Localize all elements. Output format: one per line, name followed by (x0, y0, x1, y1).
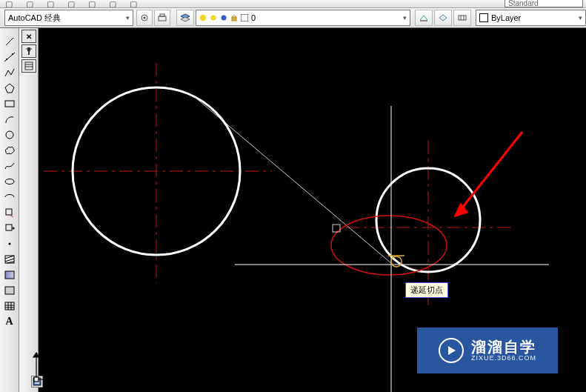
spline-tool[interactable] (2, 159, 17, 173)
svg-rect-45 (34, 377, 39, 382)
snap-tooltip-text: 递延切点 (410, 285, 443, 294)
layer-prev-button[interactable] (415, 10, 433, 26)
layer-properties-button[interactable] (176, 10, 194, 26)
gradient-tool[interactable] (2, 268, 17, 282)
svg-rect-19 (6, 225, 12, 230)
revcloud-tool[interactable] (2, 143, 17, 157)
svg-rect-23 (5, 287, 14, 294)
ellipse-tool[interactable] (2, 174, 17, 188)
layer-tool-1-icon (419, 13, 429, 23)
layer-iso-button[interactable] (434, 10, 452, 26)
ucs-x-label: X (93, 375, 99, 384)
svg-line-33 (195, 97, 392, 264)
make-block-tool[interactable] (2, 221, 17, 235)
chevron-down-icon: ▾ (579, 14, 582, 21)
rectangle-tool[interactable] (2, 96, 17, 110)
workspace-value: AutoCAD 经典 (8, 13, 61, 24)
text-style-value: Standard (508, 0, 539, 7)
svg-rect-7 (232, 17, 236, 21)
layer-name: 0 (251, 13, 256, 22)
svg-rect-26 (25, 62, 33, 70)
svg-rect-10 (459, 16, 466, 20)
gear-icon (139, 13, 150, 23)
paste-icon[interactable]: ▢ (127, 0, 139, 7)
layer-panel: 0 ▾ (176, 10, 471, 26)
copy-icon[interactable]: ▢ (107, 0, 119, 7)
hatch-tool[interactable] (2, 252, 17, 266)
workspace-settings-button[interactable] (136, 10, 153, 26)
svg-rect-2 (159, 16, 166, 21)
insert-block-tool[interactable] (2, 205, 17, 219)
polyline-tool[interactable] (2, 65, 17, 79)
svg-line-11 (6, 38, 13, 45)
palette-pin-button[interactable] (21, 44, 36, 58)
svg-point-17 (5, 179, 14, 184)
text-style-select[interactable]: Standard (505, 0, 583, 7)
svg-point-5 (210, 16, 216, 21)
table-tool[interactable] (2, 299, 17, 313)
bulb-on-icon (199, 14, 207, 21)
svg-point-34 (331, 216, 447, 275)
layer-tool-2-icon (438, 13, 448, 23)
color-control-select[interactable]: ByLayer ▾ (476, 10, 586, 26)
mtext-tool[interactable]: A (2, 314, 17, 328)
snap-tooltip: 递延切点 (405, 282, 448, 298)
region-tool[interactable] (2, 283, 17, 297)
svg-rect-8 (241, 14, 248, 21)
color-swatch-icon (241, 14, 248, 21)
workspace-layer-row: AutoCAD 经典 ▾ 0 ▾ (0, 8, 586, 28)
palette-menu-button[interactable] (21, 59, 36, 73)
ellipse-arc-tool[interactable] (2, 190, 17, 204)
main-area: A ✕ (0, 28, 586, 392)
layer-select[interactable]: 0 ▾ (196, 10, 410, 26)
workspace-lock-button[interactable] (154, 10, 170, 26)
standard-toolbar: ▢ ▢ ▢ ▢ ▢ ▢ ▢ Standard (0, 0, 586, 8)
palette-close-button[interactable]: ✕ (21, 30, 36, 43)
color-value: ByLayer (491, 13, 521, 22)
save-icon[interactable]: ▢ (44, 0, 56, 7)
svg-rect-24 (5, 302, 14, 310)
svg-point-20 (8, 242, 10, 245)
circle-tool[interactable] (2, 127, 17, 142)
svg-rect-3 (160, 14, 164, 16)
svg-rect-9 (420, 20, 427, 21)
print-icon[interactable]: ▢ (65, 0, 77, 7)
svg-line-38 (457, 132, 522, 214)
workspace-icons (136, 10, 170, 26)
arc-tool[interactable] (2, 112, 17, 126)
lock-icon (230, 14, 238, 21)
svg-point-14 (12, 53, 13, 55)
workspace-select[interactable]: AutoCAD 经典 ▾ (4, 10, 133, 26)
point-tool[interactable] (2, 236, 17, 250)
play-icon (439, 338, 464, 363)
ucs-icon: X (27, 348, 109, 389)
svg-rect-25 (27, 47, 30, 51)
layer-tools (415, 10, 471, 26)
logo-sub: ZIXUE.3D66.COM (471, 355, 536, 362)
line-tool[interactable] (2, 34, 17, 48)
polygon-tool[interactable] (2, 81, 17, 95)
draw-toolbar: A (0, 28, 19, 392)
chevron-down-icon: ▾ (126, 14, 130, 21)
layer-match-button[interactable] (453, 10, 471, 26)
svg-point-13 (6, 59, 7, 60)
new-icon[interactable]: ▢ (3, 0, 15, 7)
pin-icon (24, 47, 33, 56)
svg-rect-22 (5, 271, 14, 279)
svg-rect-15 (5, 101, 14, 107)
svg-rect-18 (6, 209, 12, 215)
chevron-down-icon: ▾ (403, 14, 407, 21)
construction-line-tool[interactable] (2, 50, 17, 64)
svg-point-6 (221, 16, 226, 21)
watermark-logo: 溜溜自学 ZIXUE.3D66.COM (417, 328, 558, 373)
logo-main: 溜溜自学 (471, 339, 536, 355)
sun-icon (210, 14, 217, 21)
drawing-canvas[interactable]: 递延切点 溜溜自学 ZIXUE.3D66.COM X (39, 28, 586, 392)
svg-point-16 (6, 131, 13, 139)
cut-icon[interactable]: ▢ (86, 0, 98, 7)
color-swatch-icon (479, 13, 488, 22)
freeze-vp-icon (220, 14, 227, 21)
palette-column: ✕ (19, 28, 39, 392)
layers-icon (179, 12, 191, 24)
open-icon[interactable]: ▢ (24, 0, 36, 7)
